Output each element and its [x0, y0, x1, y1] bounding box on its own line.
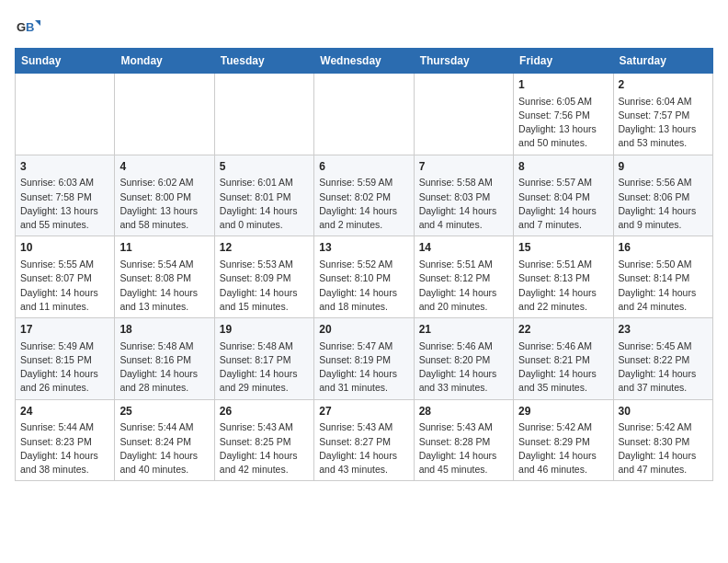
day-number: 7 — [419, 159, 508, 175]
day-info: Sunrise: 5:57 AM Sunset: 8:04 PM Dayligh… — [518, 176, 608, 232]
calendar-cell — [16, 74, 115, 155]
day-number: 22 — [518, 322, 608, 338]
svg-marker-2 — [35, 20, 40, 26]
calendar-week-row: 17Sunrise: 5:49 AM Sunset: 8:15 PM Dayli… — [16, 318, 713, 400]
calendar-cell: 28Sunrise: 5:43 AM Sunset: 8:28 PM Dayli… — [414, 399, 513, 481]
day-number: 3 — [20, 159, 109, 175]
calendar-cell — [115, 74, 214, 155]
day-info: Sunrise: 5:43 AM Sunset: 8:28 PM Dayligh… — [419, 420, 508, 477]
day-number: 9 — [619, 159, 708, 175]
calendar-cell — [214, 74, 313, 155]
day-number: 28 — [419, 404, 508, 419]
calendar-cell: 27Sunrise: 5:43 AM Sunset: 8:27 PM Dayli… — [314, 399, 414, 481]
calendar-day-header: Wednesday — [314, 49, 414, 74]
calendar-cell: 2Sunrise: 6:04 AM Sunset: 7:57 PM Daylig… — [613, 74, 712, 155]
day-info: Sunrise: 5:50 AM Sunset: 8:14 PM Dayligh… — [619, 258, 708, 314]
day-number: 21 — [419, 322, 508, 338]
day-info: Sunrise: 5:51 AM Sunset: 8:13 PM Dayligh… — [518, 258, 608, 314]
day-info: Sunrise: 5:51 AM Sunset: 8:12 PM Dayligh… — [419, 258, 508, 314]
calendar-cell: 20Sunrise: 5:47 AM Sunset: 8:19 PM Dayli… — [314, 318, 414, 400]
calendar-cell — [314, 74, 414, 155]
calendar-week-row: 3Sunrise: 6:03 AM Sunset: 7:58 PM Daylig… — [16, 155, 713, 236]
calendar-week-row: 1Sunrise: 6:05 AM Sunset: 7:56 PM Daylig… — [16, 74, 713, 155]
day-number: 8 — [518, 159, 608, 175]
calendar-cell: 12Sunrise: 5:53 AM Sunset: 8:09 PM Dayli… — [214, 236, 313, 318]
calendar-cell: 30Sunrise: 5:42 AM Sunset: 8:30 PM Dayli… — [613, 399, 712, 481]
calendar-day-header: Sunday — [16, 49, 115, 74]
calendar-cell: 22Sunrise: 5:46 AM Sunset: 8:21 PM Dayli… — [514, 318, 613, 400]
calendar-cell: 3Sunrise: 6:03 AM Sunset: 7:58 PM Daylig… — [16, 155, 115, 236]
calendar-header-row: SundayMondayTuesdayWednesdayThursdayFrid… — [16, 49, 713, 74]
calendar-cell: 29Sunrise: 5:42 AM Sunset: 8:29 PM Dayli… — [514, 399, 613, 481]
day-number: 16 — [619, 240, 708, 256]
calendar-cell: 14Sunrise: 5:51 AM Sunset: 8:12 PM Dayli… — [414, 236, 513, 318]
day-info: Sunrise: 6:02 AM Sunset: 8:00 PM Dayligh… — [119, 176, 209, 232]
day-number: 4 — [119, 159, 209, 175]
calendar-body: 1Sunrise: 6:05 AM Sunset: 7:56 PM Daylig… — [16, 74, 713, 481]
day-number: 25 — [119, 404, 209, 419]
calendar-cell: 6Sunrise: 5:59 AM Sunset: 8:02 PM Daylig… — [314, 155, 414, 236]
calendar-day-header: Saturday — [613, 49, 712, 74]
day-number: 13 — [319, 240, 408, 256]
calendar-cell: 8Sunrise: 5:57 AM Sunset: 8:04 PM Daylig… — [514, 155, 613, 236]
day-info: Sunrise: 5:48 AM Sunset: 8:17 PM Dayligh… — [220, 339, 309, 396]
day-number: 15 — [518, 240, 608, 256]
calendar-cell: 5Sunrise: 6:01 AM Sunset: 8:01 PM Daylig… — [214, 155, 313, 236]
day-info: Sunrise: 5:42 AM Sunset: 8:29 PM Dayligh… — [518, 420, 608, 477]
day-info: Sunrise: 5:52 AM Sunset: 8:10 PM Dayligh… — [319, 258, 408, 314]
day-number: 12 — [220, 240, 309, 256]
day-info: Sunrise: 5:42 AM Sunset: 8:30 PM Dayligh… — [619, 420, 708, 477]
day-number: 14 — [419, 240, 508, 256]
day-info: Sunrise: 6:03 AM Sunset: 7:58 PM Dayligh… — [20, 176, 109, 232]
day-info: Sunrise: 5:53 AM Sunset: 8:09 PM Dayligh… — [220, 258, 309, 314]
calendar-cell: 26Sunrise: 5:43 AM Sunset: 8:25 PM Dayli… — [214, 399, 313, 481]
day-info: Sunrise: 5:46 AM Sunset: 8:21 PM Dayligh… — [518, 339, 608, 396]
calendar-cell: 15Sunrise: 5:51 AM Sunset: 8:13 PM Dayli… — [514, 236, 613, 318]
calendar-cell — [414, 74, 513, 155]
day-info: Sunrise: 5:54 AM Sunset: 8:08 PM Dayligh… — [119, 258, 209, 314]
day-number: 5 — [220, 159, 309, 175]
day-number: 23 — [619, 322, 708, 338]
calendar-day-header: Tuesday — [214, 49, 313, 74]
calendar-cell: 23Sunrise: 5:45 AM Sunset: 8:22 PM Dayli… — [613, 318, 712, 400]
day-info: Sunrise: 5:58 AM Sunset: 8:03 PM Dayligh… — [419, 176, 508, 232]
day-number: 10 — [20, 240, 109, 256]
svg-text:G: G — [17, 20, 26, 34]
calendar-cell: 1Sunrise: 6:05 AM Sunset: 7:56 PM Daylig… — [514, 74, 613, 155]
day-info: Sunrise: 6:01 AM Sunset: 8:01 PM Dayligh… — [220, 176, 309, 232]
logo-icon: G B — [15, 15, 40, 40]
calendar-cell: 11Sunrise: 5:54 AM Sunset: 8:08 PM Dayli… — [115, 236, 214, 318]
calendar-cell: 17Sunrise: 5:49 AM Sunset: 8:15 PM Dayli… — [16, 318, 115, 400]
day-number: 2 — [619, 77, 708, 93]
calendar-week-row: 10Sunrise: 5:55 AM Sunset: 8:07 PM Dayli… — [16, 236, 713, 318]
day-info: Sunrise: 5:45 AM Sunset: 8:22 PM Dayligh… — [619, 339, 708, 396]
calendar-cell: 24Sunrise: 5:44 AM Sunset: 8:23 PM Dayli… — [16, 399, 115, 481]
logo: G B — [15, 15, 44, 40]
day-number: 19 — [220, 322, 309, 338]
calendar-day-header: Friday — [514, 49, 613, 74]
day-info: Sunrise: 5:43 AM Sunset: 8:27 PM Dayligh… — [319, 420, 408, 477]
day-number: 20 — [319, 322, 408, 338]
calendar-cell: 18Sunrise: 5:48 AM Sunset: 8:16 PM Dayli… — [115, 318, 214, 400]
day-number: 17 — [20, 322, 109, 338]
calendar-cell: 19Sunrise: 5:48 AM Sunset: 8:17 PM Dayli… — [214, 318, 313, 400]
day-number: 18 — [119, 322, 209, 338]
day-number: 26 — [220, 404, 309, 419]
day-number: 11 — [119, 240, 209, 256]
calendar-day-header: Monday — [115, 49, 214, 74]
day-info: Sunrise: 6:04 AM Sunset: 7:57 PM Dayligh… — [619, 95, 708, 151]
day-number: 27 — [319, 404, 408, 419]
day-info: Sunrise: 5:43 AM Sunset: 8:25 PM Dayligh… — [220, 420, 309, 477]
day-number: 24 — [20, 404, 109, 419]
day-info: Sunrise: 5:49 AM Sunset: 8:15 PM Dayligh… — [20, 339, 109, 396]
day-number: 30 — [619, 404, 708, 419]
calendar-cell: 25Sunrise: 5:44 AM Sunset: 8:24 PM Dayli… — [115, 399, 214, 481]
day-info: Sunrise: 5:59 AM Sunset: 8:02 PM Dayligh… — [319, 176, 408, 232]
calendar-cell: 7Sunrise: 5:58 AM Sunset: 8:03 PM Daylig… — [414, 155, 513, 236]
page-header: G B — [15, 15, 713, 40]
day-info: Sunrise: 5:44 AM Sunset: 8:24 PM Dayligh… — [119, 420, 209, 477]
calendar-cell: 9Sunrise: 5:56 AM Sunset: 8:06 PM Daylig… — [613, 155, 712, 236]
day-info: Sunrise: 5:46 AM Sunset: 8:20 PM Dayligh… — [419, 339, 508, 396]
calendar-week-row: 24Sunrise: 5:44 AM Sunset: 8:23 PM Dayli… — [16, 399, 713, 481]
calendar-cell: 13Sunrise: 5:52 AM Sunset: 8:10 PM Dayli… — [314, 236, 414, 318]
